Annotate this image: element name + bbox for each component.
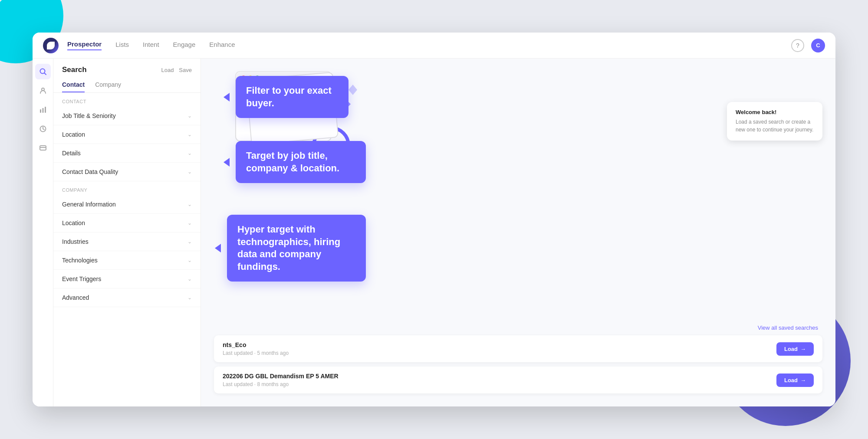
save-filter-button[interactable]: Save <box>179 67 192 73</box>
tooltip2-arrow <box>224 158 230 167</box>
help-button[interactable]: ? <box>791 39 804 52</box>
nav-item-engage[interactable]: Engage <box>173 41 196 50</box>
search-card-0: nts_Eco Last updated · 5 months ago Load… <box>214 335 822 362</box>
saved-searches: View all saved searches nts_Eco Last upd… <box>214 324 822 398</box>
filter-item-location-company[interactable]: Location ⌄ <box>53 214 201 233</box>
search-card-name-0: nts_Eco <box>223 341 289 348</box>
search-card-1: 202206 DG GBL Demandism EP 5 AMER Last u… <box>214 367 822 393</box>
tooltip-hyper-target: Hyper target with technographics, hiring… <box>227 215 366 282</box>
filter-label-industries: Industries <box>62 238 89 245</box>
tooltip1-arrow <box>224 93 230 102</box>
filter-label-advanced: Advanced <box>62 294 89 301</box>
filter-tabs: Contact Company <box>53 78 201 93</box>
svg-rect-5 <box>45 107 46 113</box>
load-search-button-0[interactable]: Load → <box>776 342 814 356</box>
filter-actions: Load Save <box>161 67 192 73</box>
filter-item-location-contact[interactable]: Location ⌄ <box>53 125 201 144</box>
search-card-name-1: 202206 DG GBL Demandism EP 5 AMER <box>223 373 339 380</box>
chevron-contact-data-quality: ⌄ <box>187 169 192 175</box>
filter-label-event-triggers: Event Triggers <box>62 275 101 282</box>
filter-label-job-title: Job Title & Seniority <box>62 112 116 119</box>
filter-label-technologies: Technologies <box>62 257 98 264</box>
welcome-card-text: Load a saved search or create a new one … <box>736 118 814 134</box>
chevron-location-contact: ⌄ <box>187 131 192 138</box>
filter-label-contact-data-quality: Contact Data Quality <box>62 168 118 175</box>
contact-section-label: Contact <box>53 93 201 107</box>
icon-sidebar <box>33 59 53 406</box>
filter-item-technologies[interactable]: Technologies ⌄ <box>53 251 201 270</box>
sidebar-icon-chart[interactable] <box>35 102 51 118</box>
filter-label-details: Details <box>62 150 81 157</box>
tooltip3-arrow <box>215 244 221 252</box>
saved-searches-header: View all saved searches <box>214 324 822 331</box>
chevron-general-information: ⌄ <box>187 201 192 207</box>
filter-panel: Search Load Save Contact Company Contact… <box>53 59 201 406</box>
nav-item-lists[interactable]: Lists <box>115 41 129 50</box>
avatar[interactable]: C <box>811 39 825 52</box>
body-area: Search Load Save Contact Company Contact… <box>33 59 835 406</box>
sidebar-icon-card[interactable] <box>35 140 51 156</box>
chevron-job-title: ⌄ <box>187 113 192 119</box>
filter-item-advanced[interactable]: Advanced ⌄ <box>53 288 201 307</box>
search-card-info-1: 202206 DG GBL Demandism EP 5 AMER Last u… <box>223 373 339 387</box>
search-card-meta-1: Last updated · 8 months ago <box>223 381 339 387</box>
tooltip-filter-buyer: Filter to your exact buyer. <box>236 76 349 118</box>
nav-item-enhance[interactable]: Enhance <box>209 41 235 50</box>
company-section-label: Company <box>53 181 201 195</box>
top-nav: Prospector Lists Intent Engage Enhance ?… <box>33 33 835 59</box>
filter-item-job-title[interactable]: Job Title & Seniority ⌄ <box>53 107 201 125</box>
nav-item-prospector[interactable]: Prospector <box>67 40 102 50</box>
sidebar-icon-search[interactable] <box>35 64 51 79</box>
filter-label-general-information: General Information <box>62 201 116 208</box>
filter-item-contact-data-quality[interactable]: Contact Data Quality ⌄ <box>53 163 201 181</box>
tooltip-target-job: Target by job title, company & location. <box>236 141 366 183</box>
chevron-details: ⌄ <box>187 150 192 156</box>
filter-header: Search Load Save <box>53 59 201 78</box>
tab-contact[interactable]: Contact <box>62 78 85 92</box>
chevron-advanced: ⌄ <box>187 295 192 301</box>
filter-item-details[interactable]: Details ⌄ <box>53 144 201 163</box>
svg-marker-25 <box>349 85 357 95</box>
tab-company[interactable]: Company <box>95 78 121 92</box>
logo <box>43 38 59 53</box>
svg-rect-4 <box>42 108 43 113</box>
load-filter-button[interactable]: Load <box>161 67 174 73</box>
filter-label-location-company: Location <box>62 220 85 226</box>
main-content: Filter to your exact buyer. Target by jo… <box>201 59 835 406</box>
svg-line-1 <box>44 73 46 75</box>
filter-item-general-information[interactable]: General Information ⌄ <box>53 195 201 214</box>
chevron-location-company: ⌄ <box>187 220 192 226</box>
filter-title: Search <box>62 66 87 74</box>
chevron-event-triggers: ⌄ <box>187 276 192 282</box>
welcome-card: Welcome back! Load a saved search or cre… <box>727 102 822 141</box>
nav-item-intent[interactable]: Intent <box>143 41 159 50</box>
filter-item-industries[interactable]: Industries ⌄ <box>53 233 201 251</box>
search-card-meta-0: Last updated · 5 months ago <box>223 350 289 356</box>
arrow-icon-0: → <box>800 346 806 352</box>
chevron-industries: ⌄ <box>187 239 192 245</box>
nav-items: Prospector Lists Intent Engage Enhance <box>67 40 791 50</box>
main-window: Prospector Lists Intent Engage Enhance ?… <box>33 33 835 406</box>
arrow-icon-1: → <box>800 377 806 383</box>
view-all-saved-searches[interactable]: View all saved searches <box>758 324 818 331</box>
chevron-technologies: ⌄ <box>187 257 192 263</box>
sidebar-icon-history[interactable] <box>35 121 51 137</box>
welcome-card-title: Welcome back! <box>736 109 814 115</box>
sidebar-icon-person[interactable] <box>35 83 51 98</box>
svg-rect-3 <box>40 109 41 113</box>
search-card-info-0: nts_Eco Last updated · 5 months ago <box>223 341 289 356</box>
filter-item-event-triggers[interactable]: Event Triggers ⌄ <box>53 270 201 288</box>
filter-label-location-contact: Location <box>62 131 85 138</box>
nav-right: ? C <box>791 39 825 52</box>
logo-inner <box>47 42 55 49</box>
load-search-button-1[interactable]: Load → <box>776 373 814 387</box>
